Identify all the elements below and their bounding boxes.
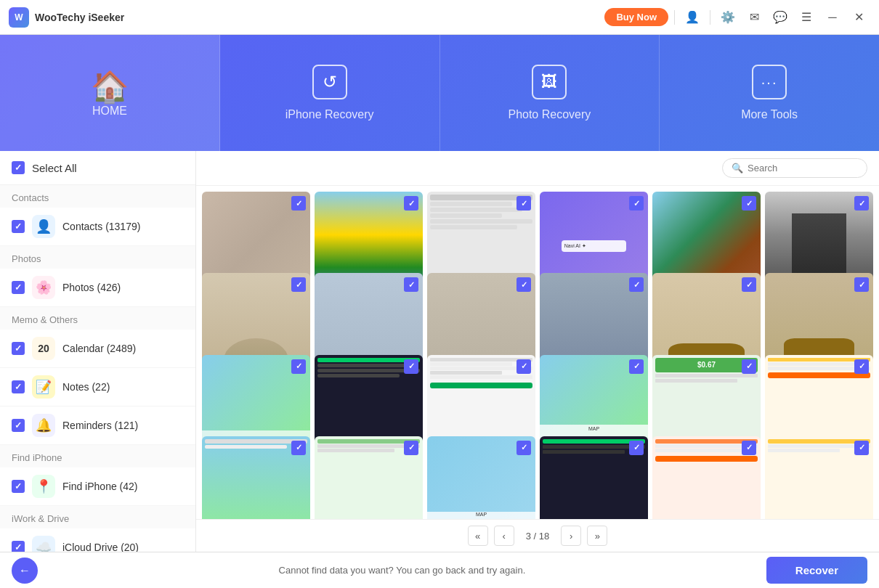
more-tools-icon: ··· bbox=[752, 65, 787, 99]
photo-check: ✓ bbox=[629, 441, 644, 455]
user-icon[interactable]: 👤 bbox=[681, 6, 704, 29]
tab-photo-recovery[interactable]: 🖼 Photo Recovery bbox=[440, 35, 660, 151]
sidebar-item-find-iphone[interactable]: ✓ 📍 Find iPhone (42) bbox=[0, 467, 195, 506]
photo-check: ✓ bbox=[854, 359, 869, 374]
app-name: WooTechy iSeeker bbox=[35, 12, 124, 23]
section-header-memo: Memo & Others bbox=[0, 307, 195, 330]
photo-recovery-label: Photo Recovery bbox=[508, 108, 591, 121]
sidebar-item-notes[interactable]: ✓ 📝 Notes (22) bbox=[0, 368, 195, 407]
settings-icon[interactable]: ⚙️ bbox=[716, 6, 740, 29]
photo-grid: 8E9A9A9A ✓ ✓ ✓ Navi AI bbox=[196, 186, 879, 519]
photo-cell[interactable]: MAP ✓ bbox=[427, 436, 535, 519]
photo-check: ✓ bbox=[517, 277, 531, 292]
reminders-label: Reminders (121) bbox=[62, 420, 138, 431]
current-page: 3 bbox=[526, 531, 531, 542]
mail-icon[interactable]: ✉ bbox=[742, 6, 766, 29]
recover-button[interactable]: Recover bbox=[766, 557, 867, 584]
sidebar-item-reminders[interactable]: ✓ 🔔 Reminders (121) bbox=[0, 407, 195, 445]
section-header-find-iphone: Find iPhone bbox=[0, 445, 195, 467]
separator bbox=[674, 10, 675, 25]
prev-page-button[interactable]: ‹ bbox=[494, 526, 514, 546]
photo-cell[interactable]: ✓ bbox=[540, 436, 648, 519]
photo-check: ✓ bbox=[629, 277, 644, 292]
photo-check: ✓ bbox=[742, 441, 756, 455]
photo-check: ✓ bbox=[404, 196, 418, 211]
photos-icon: 🌸 bbox=[32, 276, 55, 299]
icloud-icon: ☁️ bbox=[32, 536, 55, 552]
search-box[interactable]: 🔍 bbox=[722, 158, 867, 178]
photo-check: ✓ bbox=[404, 441, 418, 455]
main-content: ✓ Select All Contacts ✓ 👤 Contacts (1317… bbox=[0, 151, 879, 552]
home-label: HOME bbox=[92, 105, 127, 118]
footer: ← Cannot find data you want? You can go … bbox=[0, 552, 879, 588]
photo-check: ✓ bbox=[629, 359, 644, 374]
section-header-iwork: iWork & Drive bbox=[0, 506, 195, 528]
contacts-checkbox[interactable]: ✓ bbox=[12, 220, 25, 233]
page-separator: / bbox=[534, 531, 539, 542]
back-icon: ← bbox=[19, 564, 31, 577]
iphone-recovery-icon: ↺ bbox=[312, 65, 347, 99]
photo-check: ✓ bbox=[291, 359, 306, 374]
calendar-checkbox[interactable]: ✓ bbox=[12, 342, 25, 355]
sidebar-item-contacts[interactable]: ✓ 👤 Contacts (13179) bbox=[0, 208, 195, 246]
reminders-checkbox[interactable]: ✓ bbox=[12, 419, 25, 432]
photo-check: ✓ bbox=[517, 196, 531, 211]
buy-now-button[interactable]: Buy Now bbox=[604, 8, 668, 26]
notes-icon: 📝 bbox=[32, 375, 55, 399]
icloud-label: iCloud Drive (20) bbox=[62, 542, 139, 552]
photo-check: ✓ bbox=[742, 196, 756, 211]
photo-check: ✓ bbox=[517, 441, 531, 455]
menu-icon[interactable]: ☰ bbox=[795, 6, 818, 29]
title-bar: W WooTechy iSeeker Buy Now 👤 ⚙️ ✉ 💬 ☰ ─ … bbox=[0, 0, 879, 35]
home-icon: 🏠 bbox=[91, 69, 129, 105]
tab-home[interactable]: 🏠 HOME bbox=[0, 35, 220, 151]
calendar-label: Calendar (2489) bbox=[62, 343, 136, 354]
footer-message: Cannot find data you want? You can go ba… bbox=[38, 565, 766, 576]
minimize-icon[interactable]: ─ bbox=[821, 6, 844, 29]
photo-check: ✓ bbox=[404, 359, 418, 374]
photo-cell[interactable]: ✓ bbox=[652, 436, 761, 519]
close-icon[interactable]: ✕ bbox=[847, 6, 870, 29]
sidebar-item-photos[interactable]: ✓ 🌸 Photos (426) bbox=[0, 269, 195, 307]
select-all-checkbox[interactable]: ✓ bbox=[12, 161, 25, 174]
more-tools-label: More Tools bbox=[741, 108, 798, 121]
photo-cell[interactable]: ✓ bbox=[315, 436, 423, 519]
section-header-photos: Photos bbox=[0, 246, 195, 269]
photo-check: ✓ bbox=[854, 277, 869, 292]
next-page-button[interactable]: › bbox=[561, 526, 581, 546]
photo-cell[interactable]: ✓ bbox=[202, 436, 310, 519]
reminders-icon: 🔔 bbox=[32, 414, 55, 437]
photo-area: 🔍 8E9A9A9A ✓ ✓ bbox=[196, 151, 879, 552]
sidebar-item-icloud-drive[interactable]: ✓ ☁️ iCloud Drive (20) bbox=[0, 528, 195, 552]
photo-check: ✓ bbox=[854, 441, 869, 455]
find-iphone-icon: 📍 bbox=[32, 475, 55, 498]
check-mark: ✓ bbox=[15, 163, 22, 173]
icloud-checkbox[interactable]: ✓ bbox=[12, 541, 25, 552]
contacts-label: Contacts (13179) bbox=[62, 221, 140, 232]
photo-check: ✓ bbox=[291, 277, 306, 292]
title-bar-left: W WooTechy iSeeker bbox=[9, 7, 124, 28]
photo-check: ✓ bbox=[291, 196, 306, 211]
find-iphone-checkbox[interactable]: ✓ bbox=[12, 480, 25, 493]
select-all-row[interactable]: ✓ Select All bbox=[0, 151, 195, 185]
notes-label: Notes (22) bbox=[62, 381, 110, 393]
photo-cell[interactable]: ✓ bbox=[765, 436, 873, 519]
photos-checkbox[interactable]: ✓ bbox=[12, 281, 25, 294]
photo-check: ✓ bbox=[404, 277, 418, 292]
tab-more-tools[interactable]: ··· More Tools bbox=[660, 35, 879, 151]
search-input[interactable] bbox=[748, 163, 858, 173]
notes-checkbox[interactable]: ✓ bbox=[12, 380, 25, 393]
photos-label: Photos (426) bbox=[62, 282, 121, 293]
back-button[interactable]: ← bbox=[12, 558, 38, 584]
photo-check: ✓ bbox=[291, 441, 306, 455]
sidebar-item-calendar[interactable]: ✓ 20 Calendar (2489) bbox=[0, 330, 195, 368]
tab-iphone-recovery[interactable]: ↺ iPhone Recovery bbox=[220, 35, 440, 151]
chat-icon[interactable]: 💬 bbox=[769, 6, 792, 29]
last-page-button[interactable]: » bbox=[587, 526, 607, 546]
page-info: 3 / 18 bbox=[520, 531, 556, 542]
first-page-button[interactable]: « bbox=[468, 526, 488, 546]
photo-check: ✓ bbox=[742, 359, 756, 374]
search-icon: 🔍 bbox=[732, 163, 743, 173]
photo-check: ✓ bbox=[629, 196, 644, 211]
section-header-contacts: Contacts bbox=[0, 185, 195, 208]
